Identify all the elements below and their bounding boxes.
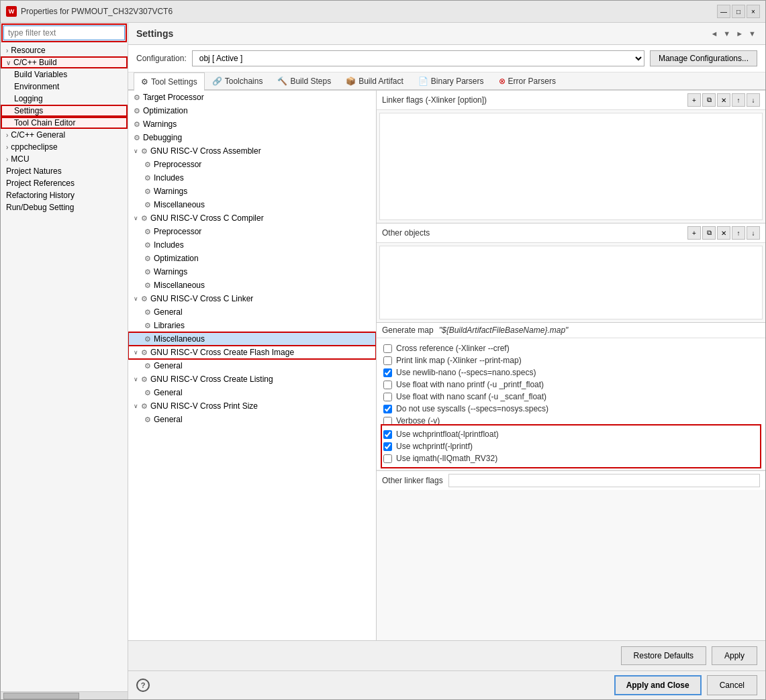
back-button[interactable]: ◄ [709, 29, 719, 38]
cancel-button[interactable]: Cancel [707, 675, 757, 695]
tree-gnu-c-compiler[interactable]: ∨ ⚙ GNU RISC-V Cross C Compiler [128, 211, 376, 225]
dup-obj-btn[interactable]: ⧉ [702, 226, 716, 240]
tab-build-steps[interactable]: 🔨 Build Steps [270, 72, 338, 89]
tree-asm-preprocessor[interactable]: ⚙ Preprocessor [128, 158, 376, 171]
sidebar-item-cppcheclipse[interactable]: › cppcheclipse [1, 141, 128, 153]
sidebar-item-project-references[interactable]: Project References [1, 177, 128, 189]
float-printf-checkbox[interactable] [383, 381, 392, 389]
add-tool-btn[interactable]: + [687, 93, 701, 107]
tabs-row: ⚙ Tool Settings 🔗 Toolchains 🔨 Build Ste… [128, 72, 765, 91]
manage-configurations-button[interactable]: Manage Configurations... [650, 50, 757, 66]
tree-warnings[interactable]: ⚙ Warnings [128, 117, 376, 131]
tree-asm-warnings[interactable]: ⚙ Warnings [128, 185, 376, 198]
sidebar-item-cpp-general[interactable]: › C/C++ General [1, 129, 128, 141]
tree-gnu-c-linker[interactable]: ∨ ⚙ GNU RISC-V Cross C Linker [128, 292, 376, 305]
tab-error-parsers[interactable]: ⊗ Error Parsers [491, 72, 563, 89]
verbose-checkbox[interactable] [383, 417, 392, 426]
title-controls[interactable]: — □ × [717, 5, 760, 18]
tree-linker-general[interactable]: ⚙ General [128, 305, 376, 319]
tree-print-general[interactable]: ⚙ General [128, 413, 376, 426]
linker-flags-label: Linker flags (-Xlinker [option]) [382, 95, 487, 105]
sidebar-item-logging[interactable]: Logging [1, 93, 128, 105]
print-map-checkbox[interactable] [383, 356, 392, 365]
wchprintf-label: Use wchprintf(-lprintf) [396, 442, 473, 451]
sidebar-item-settings[interactable]: Settings [1, 105, 128, 117]
filter-input[interactable] [3, 26, 125, 40]
duplicate-tool-btn[interactable]: ⧉ [702, 93, 716, 107]
sidebar-item-label: Build Variables [14, 70, 67, 79]
sidebar-item-run-debug-setting[interactable]: Run/Debug Setting [1, 201, 128, 213]
nav-dropdown2[interactable]: ▼ [747, 29, 757, 38]
gear-icon: ⚙ [144, 254, 151, 263]
tree-item-label: Preprocessor [154, 227, 201, 236]
tree-asm-misc[interactable]: ⚙ Miscellaneous [128, 198, 376, 211]
tree-linker-misc[interactable]: ⚙ Miscellaneous [128, 332, 376, 346]
forward-button[interactable]: ► [734, 29, 745, 38]
cross-ref-checkbox[interactable] [383, 344, 392, 353]
tree-gnu-flash[interactable]: ∨ ⚙ GNU RISC-V Cross Create Flash Image [128, 346, 376, 359]
help-icon[interactable]: ? [136, 679, 150, 692]
scrollbar-thumb[interactable] [3, 693, 79, 699]
tab-tool-settings[interactable]: ⚙ Tool Settings [134, 72, 205, 91]
config-row: Configuration: obj [ Active ] Manage Con… [128, 45, 765, 72]
other-linker-input[interactable] [448, 474, 760, 487]
wchprintf-checkbox[interactable] [383, 442, 392, 451]
tree-cc-warnings[interactable]: ⚙ Warnings [128, 265, 376, 279]
sidebar-item-project-natures[interactable]: Project Natures [1, 165, 128, 177]
up-obj-btn[interactable]: ↑ [732, 226, 745, 240]
sidebar-item-label: Settings [14, 106, 43, 115]
expand-arrow: ∨ [6, 59, 11, 66]
sidebar-item-tool-chain-editor[interactable]: Tool Chain Editor [1, 117, 128, 129]
move-up-btn[interactable]: ↑ [732, 93, 745, 107]
tree-item-label: GNU RISC-V Cross C Compiler [150, 213, 264, 223]
apply-close-button[interactable]: Apply and Close [614, 675, 702, 695]
float-scanf-checkbox[interactable] [383, 393, 392, 401]
tree-target-processor[interactable]: ⚙ Target Processor [128, 91, 376, 104]
check-no-syscalls: Do not use syscalls (--specs=nosys.specs… [383, 403, 759, 415]
tab-toolchains[interactable]: 🔗 Toolchains [205, 72, 271, 89]
tree-debugging[interactable]: ⚙ Debugging [128, 131, 376, 144]
newlib-nano-checkbox[interactable] [383, 368, 392, 377]
tree-cc-includes[interactable]: ⚙ Includes [128, 238, 376, 252]
add-obj-btn[interactable]: + [687, 226, 701, 240]
tree-linker-libraries[interactable]: ⚙ Libraries [128, 319, 376, 332]
delete-tool-btn[interactable]: ✕ [717, 93, 730, 107]
close-button[interactable]: × [747, 5, 760, 18]
no-syscalls-checkbox[interactable] [383, 405, 392, 413]
tree-item-label: Warnings [154, 187, 187, 196]
tree-cc-optimization[interactable]: ⚙ Optimization [128, 252, 376, 265]
tree-asm-includes[interactable]: ⚙ Includes [128, 171, 376, 185]
maximize-button[interactable]: □ [732, 5, 745, 18]
tree-gnu-listing[interactable]: ∨ ⚙ GNU RISC-V Cross Create Listing [128, 372, 376, 386]
config-select[interactable]: obj [ Active ] [192, 50, 644, 66]
sidebar-item-label: Project Natures [6, 166, 62, 176]
wchprintfloat-checkbox[interactable] [383, 430, 392, 439]
move-down-btn[interactable]: ↓ [747, 93, 760, 107]
del-obj-btn[interactable]: ✕ [717, 226, 730, 240]
sidebar-item-label: Run/Debug Setting [6, 203, 74, 212]
restore-defaults-button[interactable]: Restore Defaults [621, 646, 706, 665]
tree-gnu-print-size[interactable]: ∨ ⚙ GNU RISC-V Cross Print Size [128, 399, 376, 413]
sidebar-item-mcu[interactable]: › MCU [1, 153, 128, 165]
iqmath-label: Use iqmath(-lIQmath_RV32) [396, 454, 497, 463]
tab-binary-parsers[interactable]: 📄 Binary Parsers [411, 72, 491, 89]
sidebar-scrollbar[interactable] [1, 691, 128, 699]
tab-build-artifact[interactable]: 📦 Build Artifact [338, 72, 411, 89]
sidebar-item-resource[interactable]: › Resource [1, 44, 128, 56]
nav-dropdown1[interactable]: ▼ [722, 29, 732, 38]
tree-listing-general[interactable]: ⚙ General [128, 386, 376, 399]
tree-cc-misc[interactable]: ⚙ Miscellaneous [128, 279, 376, 292]
tree-gnu-assembler[interactable]: ∨ ⚙ GNU RISC-V Cross Assembler [128, 144, 376, 158]
sidebar-item-refactoring-history[interactable]: Refactoring History [1, 189, 128, 201]
apply-button[interactable]: Apply [712, 646, 757, 665]
tree-cc-preprocessor[interactable]: ⚙ Preprocessor [128, 225, 376, 238]
down-obj-btn[interactable]: ↓ [747, 226, 760, 240]
sidebar-item-build-variables[interactable]: Build Variables [1, 68, 128, 81]
settings-header: Settings ◄ ▼ ► ▼ [128, 23, 765, 45]
sidebar-item-cpp-build[interactable]: ∨ C/C++ Build [1, 56, 128, 68]
tree-optimization[interactable]: ⚙ Optimization [128, 104, 376, 117]
tree-flash-general[interactable]: ⚙ General [128, 359, 376, 372]
iqmath-checkbox[interactable] [383, 454, 392, 463]
sidebar-item-environment[interactable]: Environment [1, 81, 128, 93]
minimize-button[interactable]: — [717, 5, 730, 18]
